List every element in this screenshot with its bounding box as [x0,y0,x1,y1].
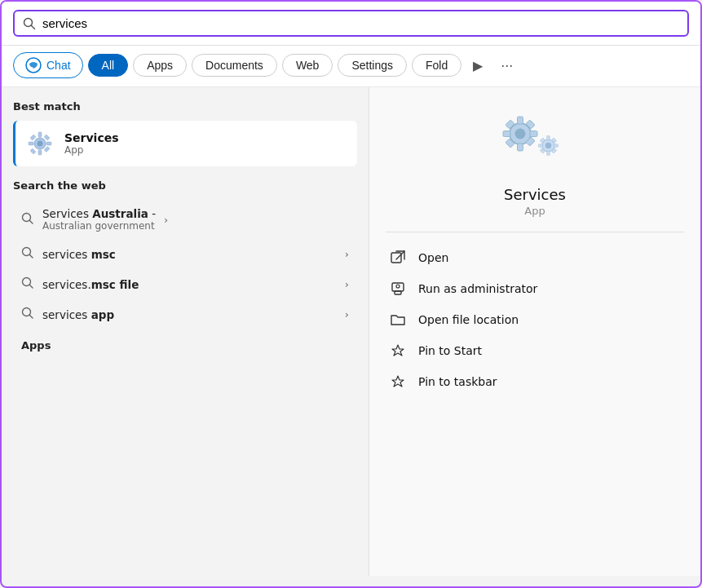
search-icon-3 [21,276,34,292]
right-icon-area [386,112,684,173]
svg-rect-35 [503,131,510,137]
search-icon-4 [21,307,34,322]
admin-icon [389,280,407,298]
search-icon-2 [21,246,34,262]
svg-point-19 [23,308,31,316]
action-open-file-location[interactable]: Open file location [386,304,684,335]
web-search-item-2[interactable]: services msc › [13,239,357,269]
left-panel: Best match Servic [2,87,369,576]
search-input[interactable]: services [42,16,679,30]
documents-filter-label: Documents [205,59,263,72]
documents-filter-button[interactable]: Documents [192,54,277,77]
all-filter-label: All [102,59,115,72]
folder-icon [389,311,407,329]
svg-rect-23 [547,136,550,140]
pin-start-label: Pin to Start [418,344,482,357]
svg-point-32 [515,129,526,139]
best-match-title: Services [64,131,119,144]
action-pin-start[interactable]: Pin to Start [386,335,684,366]
apps-filter-label: Apps [147,59,173,72]
search-input-wrapper: services [13,10,689,37]
svg-rect-41 [391,253,401,263]
web-filter-label: Web [296,59,320,72]
web-item-label-4: services app [42,308,337,321]
best-match-subtitle: App [64,144,119,156]
main-content: Best match Servic [2,87,700,576]
services-large-icon [498,112,572,173]
svg-point-45 [396,285,400,288]
web-item-label-1: Services Australia - [42,207,156,220]
open-file-location-label: Open file location [418,313,519,326]
action-open[interactable]: Open [386,242,684,273]
arrow-icon-1: › [164,214,168,226]
action-pin-taskbar[interactable]: Pin to taskbar [386,366,684,397]
svg-line-20 [30,316,33,319]
best-match-item[interactable]: Services App [13,121,357,166]
apps-filter-button[interactable]: Apps [133,54,187,77]
svg-rect-33 [518,117,523,124]
svg-rect-11 [30,148,36,154]
filter-bar: Chat All Apps Documents Web Settings Fol… [2,46,700,87]
svg-line-1 [32,25,35,29]
svg-point-13 [23,213,31,221]
web-filter-button[interactable]: Web [282,54,333,77]
search-icon-1 [21,212,34,228]
open-icon [389,249,407,267]
pin-taskbar-label: Pin to taskbar [418,375,497,388]
divider [386,232,684,232]
chat-icon [25,57,42,73]
apps-section-label: Apps [13,336,357,355]
arrow-icon-2: › [345,248,349,260]
more-button[interactable]: ··· [494,53,519,78]
play-button[interactable]: ▶ [466,54,489,77]
web-item-label-3: services.msc file [42,278,337,291]
best-match-text: Services App [64,131,119,156]
open-label: Open [418,251,448,264]
svg-rect-6 [38,150,42,155]
svg-rect-36 [530,131,537,137]
right-app-name: Services [386,186,684,203]
run-admin-label: Run as administrator [418,282,537,295]
web-search-item-3[interactable]: services.msc file › [13,269,357,299]
best-match-label: Best match [13,100,357,113]
svg-point-4 [38,141,43,147]
arrow-icon-4: › [345,308,349,321]
chat-filter-button[interactable]: Chat [13,52,83,78]
fold-filter-button[interactable]: Fold [412,54,461,77]
settings-filter-button[interactable]: Settings [338,54,407,77]
svg-rect-24 [547,151,550,155]
svg-point-17 [23,278,31,286]
svg-rect-26 [554,144,558,148]
settings-filter-label: Settings [351,59,393,72]
pin-taskbar-icon [389,373,407,391]
svg-line-16 [30,255,33,259]
web-search-section: Search the web Services Australia - Aust… [13,179,357,329]
web-section-label: Search the web [13,179,357,192]
search-bar-area: services [2,2,700,46]
svg-line-18 [30,285,33,289]
web-item-group-1: Services Australia - Australian governme… [42,207,156,232]
fold-filter-label: Fold [426,59,448,72]
chat-filter-label: Chat [46,59,71,72]
svg-rect-8 [46,142,51,145]
gear-icon [25,129,55,158]
all-filter-button[interactable]: All [88,54,129,77]
svg-rect-10 [44,135,50,140]
svg-rect-44 [395,291,401,294]
svg-rect-7 [29,142,33,145]
svg-point-22 [545,143,552,149]
svg-rect-25 [539,144,543,148]
arrow-icon-3: › [345,278,349,290]
search-icon [23,17,36,30]
svg-rect-9 [30,135,36,140]
svg-rect-5 [38,132,42,137]
web-item-sub-1: Australian government [42,220,156,232]
svg-line-14 [30,220,33,223]
svg-rect-12 [44,146,50,152]
svg-rect-34 [518,144,523,151]
services-app-icon [25,129,55,158]
svg-point-15 [23,248,31,256]
action-run-admin[interactable]: Run as administrator [386,273,684,304]
web-search-item-4[interactable]: services app › [13,299,357,329]
web-search-item-1[interactable]: Services Australia - Australian governme… [13,200,357,239]
